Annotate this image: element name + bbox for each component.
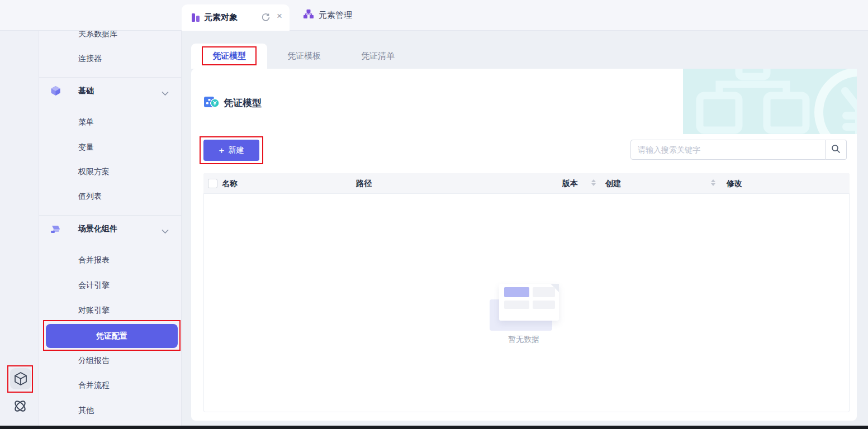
sidebar-section-scenario-components[interactable]: 场景化组件	[78, 224, 117, 234]
window-tab-element-management[interactable]: 元素管理	[303, 0, 352, 31]
column-header-modified: 修改	[727, 179, 742, 189]
sidebar-item-connector[interactable]: 连接器	[78, 54, 102, 64]
column-header-name: 名称	[222, 179, 238, 189]
sidebar-item-other[interactable]: 其他	[78, 406, 94, 416]
sidebar-divider	[39, 215, 182, 216]
cube-3d-icon[interactable]	[10, 368, 31, 389]
window-tab-label: 元素对象	[204, 12, 238, 23]
sidebar-item-reconciliation-engine[interactable]: 对账引擎	[78, 306, 110, 316]
column-header-version: 版本	[562, 179, 578, 189]
scene-component-icon	[50, 225, 62, 236]
search-input[interactable]	[630, 140, 826, 160]
search-icon	[831, 144, 841, 156]
tab-voucher-template[interactable]: 凭证模板	[267, 44, 341, 69]
close-icon[interactable]: ×	[277, 11, 282, 22]
sidebar-divider	[39, 77, 182, 78]
cube-icon	[50, 85, 61, 98]
columns-icon	[192, 13, 200, 25]
org-chart-glyph	[700, 69, 806, 130]
sidebar-item-group-report[interactable]: 分组报告	[78, 356, 110, 366]
sidebar-item-permission-scheme[interactable]: 权限方案	[78, 167, 110, 177]
column-header-path: 路径	[356, 179, 372, 189]
table-header-row	[203, 173, 850, 194]
refresh-icon[interactable]	[261, 12, 271, 24]
sitemap-icon	[303, 9, 314, 21]
search-button[interactable]	[826, 140, 847, 160]
plus-icon: +	[219, 146, 225, 155]
decorative-banner	[683, 69, 857, 134]
sort-icon[interactable]	[711, 179, 715, 186]
new-button-label: 新建	[228, 145, 244, 155]
atom-icon[interactable]	[12, 398, 28, 414]
window-tab-element-object[interactable]: 元素对象 ×	[182, 4, 290, 31]
window-bottom-edge	[0, 426, 868, 429]
voucher-model-icon	[204, 96, 219, 110]
column-header-created: 创建	[605, 179, 621, 189]
top-header	[0, 0, 868, 31]
sidebar-item-consolidated-reports[interactable]: 合并报表	[78, 255, 110, 265]
sidebar-item-variable[interactable]: 变量	[78, 142, 94, 152]
yuan-coin-glyph	[819, 72, 857, 134]
app-window: 测试 合并2.5培训 元素对象 × 元素管理	[0, 0, 868, 429]
sidebar-item-value-list[interactable]: 值列表	[78, 192, 102, 202]
select-all-checkbox[interactable]	[208, 179, 217, 188]
sidebar-item-accounting-engine[interactable]: 会计引擎	[78, 280, 110, 290]
window-tab-label: 元素管理	[319, 10, 352, 21]
sidebar-item-voucher-config-selected[interactable]: 凭证配置	[46, 324, 178, 348]
chevron-down-icon[interactable]	[162, 88, 169, 98]
sort-icon[interactable]	[591, 179, 596, 186]
page-title: 凭证模型	[224, 97, 262, 109]
sidebar-item-consolidation-process[interactable]: 合并流程	[78, 380, 110, 390]
sidebar-section-basic[interactable]: 基础	[78, 86, 94, 96]
empty-state-text: 暂无数据	[487, 335, 560, 345]
empty-state-illustration	[499, 284, 559, 321]
sidebar-item-menu[interactable]: 菜单	[78, 117, 94, 127]
tab-voucher-model[interactable]: 凭证模型	[191, 44, 267, 69]
new-button[interactable]: + 新建	[203, 140, 259, 161]
tab-voucher-list[interactable]: 凭证清单	[341, 44, 415, 69]
chevron-down-icon[interactable]	[162, 226, 169, 236]
